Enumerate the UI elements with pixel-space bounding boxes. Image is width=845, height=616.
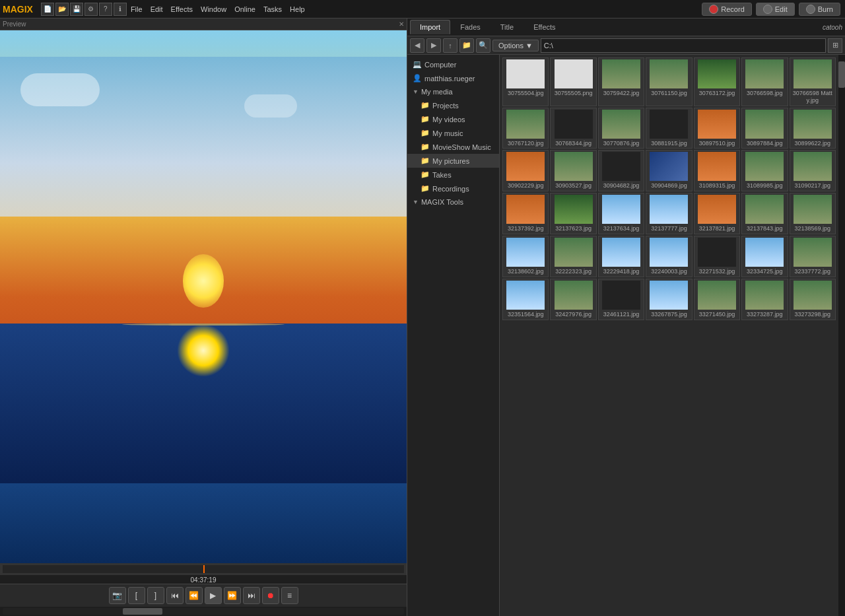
options-button[interactable]: Options ▼ xyxy=(492,40,539,51)
help-button[interactable]: ? xyxy=(99,3,112,16)
tab-effects[interactable]: Effects xyxy=(524,20,565,34)
menu-help[interactable]: Help xyxy=(286,4,309,15)
file-thumb-item[interactable]: 32271532.jpg xyxy=(694,236,740,277)
tree-user[interactable]: 👤 matthias.rueger xyxy=(407,71,499,85)
file-thumb-item[interactable]: 33273287.jpg xyxy=(741,279,788,320)
file-thumb-item[interactable]: 32351564.jpg xyxy=(502,279,549,320)
menu-window[interactable]: Window xyxy=(197,4,230,15)
file-thumb-item[interactable]: 32427976.jpg xyxy=(550,279,596,320)
play-button[interactable]: ▶ xyxy=(205,587,222,604)
file-thumb-item[interactable]: 33267875.jpg xyxy=(646,279,692,320)
file-thumb-item[interactable]: 32138569.jpg xyxy=(790,193,836,234)
tree-recordings[interactable]: 📁 Recordings xyxy=(407,182,499,195)
file-thumb-item[interactable]: 32138602.jpg xyxy=(502,236,549,277)
file-thumb-item[interactable]: 30902229.jpg xyxy=(502,150,549,191)
file-thumb-item[interactable]: 30767120.jpg xyxy=(502,108,549,149)
file-thumb-item[interactable]: 30755505.png xyxy=(550,57,596,106)
settings-button[interactable]: ⚙ xyxy=(84,3,98,16)
menu-online[interactable]: Online xyxy=(230,4,259,15)
tree-projects[interactable]: 📁 Projects xyxy=(407,98,499,112)
tree-movieshow[interactable]: 📁 MovieShow Music xyxy=(407,140,499,154)
new-button[interactable]: 📄 xyxy=(41,3,54,16)
file-thumb-item[interactable]: 32334725.jpg xyxy=(741,236,788,277)
menu-tasks[interactable]: Tasks xyxy=(259,4,286,15)
search-icon[interactable]: 🔍 xyxy=(476,38,490,53)
preview-scrollbar-thumb[interactable] xyxy=(123,608,162,615)
mark-out-button[interactable]: ] xyxy=(147,587,164,604)
file-thumb-item[interactable]: 32222323.jpg xyxy=(550,236,596,277)
tree-magixtools[interactable]: ▼ MAGIX Tools xyxy=(407,195,499,209)
tree-takes[interactable]: 📁 Takes xyxy=(407,168,499,182)
file-thumb-item[interactable]: 30899622.jpg xyxy=(790,108,836,149)
next-frame-button[interactable]: ⏭ xyxy=(243,587,260,604)
file-thumb-item[interactable]: 32137623.jpg xyxy=(550,193,596,234)
playhead[interactable] xyxy=(203,565,205,573)
menu-effects[interactable]: Effects xyxy=(167,4,197,15)
file-thumb-item[interactable]: 31089985.jpg xyxy=(741,150,788,191)
file-thumb-item[interactable]: 30881915.jpg xyxy=(646,108,692,149)
file-thumb-item[interactable]: 30768344.jpg xyxy=(550,108,596,149)
file-thumb-item[interactable]: 32137843.jpg xyxy=(741,193,788,234)
file-thumb-item[interactable]: 30904682.jpg xyxy=(598,150,644,191)
tree-myvideos[interactable]: 📁 My videos xyxy=(407,112,499,126)
record-button[interactable]: ⏺ xyxy=(262,587,279,604)
menu-file[interactable]: File xyxy=(127,4,147,15)
file-thumb-item[interactable]: 32240003.jpg xyxy=(646,236,692,277)
info-button[interactable]: ℹ xyxy=(114,3,127,16)
tab-fades[interactable]: Fades xyxy=(450,20,490,34)
file-thumb-item[interactable]: 32137634.jpg xyxy=(598,193,644,234)
file-thumb-item[interactable]: 30897884.jpg xyxy=(741,108,788,149)
timeline-ruler[interactable] xyxy=(3,565,404,573)
file-thumb-item[interactable]: 33271450.jpg xyxy=(694,279,740,320)
rewind-button[interactable]: ⏪ xyxy=(186,587,203,604)
file-thumb-item[interactable]: 32137821.jpg xyxy=(694,193,740,234)
mark-in-button[interactable]: [ xyxy=(128,587,145,604)
prev-frame-button[interactable]: ⏮ xyxy=(166,587,184,604)
open-button[interactable]: 📂 xyxy=(55,3,69,16)
menu-edit[interactable]: Edit xyxy=(147,4,167,15)
file-thumb-item[interactable]: 33273298.jpg xyxy=(790,279,836,320)
back-button[interactable]: ◀ xyxy=(410,38,424,53)
file-thumb-item[interactable]: 30755504.jpg xyxy=(502,57,549,106)
forward-nav-button[interactable]: ▶ xyxy=(426,38,441,53)
folder-button[interactable]: 📁 xyxy=(459,38,474,53)
file-thumb-item[interactable]: 30897510.jpg xyxy=(694,108,740,149)
preview-scrollbar[interactable] xyxy=(3,608,404,615)
file-thumb-item[interactable]: 30766598.jpg xyxy=(741,57,788,106)
tree-mypictures[interactable]: 📁 My pictures xyxy=(407,154,499,168)
save-button[interactable]: 💾 xyxy=(70,3,83,16)
file-vscroll-thumb[interactable] xyxy=(838,61,845,88)
thumb-label: 30755505.png xyxy=(552,90,594,97)
preview-close[interactable]: ✕ xyxy=(399,20,404,28)
file-thumb-item[interactable]: 32229418.jpg xyxy=(598,236,644,277)
file-thumb-item[interactable]: 30903527.jpg xyxy=(550,150,596,191)
burn-mode-button[interactable]: Burn xyxy=(799,3,840,16)
file-thumb-item[interactable]: 32137777.jpg xyxy=(646,193,692,234)
tab-import[interactable]: Import xyxy=(410,20,450,34)
path-input[interactable] xyxy=(541,38,826,53)
grid-view-button[interactable]: ⊞ xyxy=(828,38,842,53)
tab-title[interactable]: Title xyxy=(490,20,524,34)
tree-mymusic[interactable]: 📁 My music xyxy=(407,126,499,140)
snapshot-button[interactable]: 📷 xyxy=(109,587,126,604)
file-thumb-item[interactable]: 30766598 Matty.jpg xyxy=(790,57,836,106)
file-thumb-item[interactable]: 32137392.jpg xyxy=(502,193,549,234)
menu-button[interactable]: ≡ xyxy=(281,587,298,604)
thumb-label: 30759422.jpg xyxy=(600,90,642,97)
file-thumb-item[interactable]: 31089315.jpg xyxy=(694,150,740,191)
tree-mymedia[interactable]: ▼ My media xyxy=(407,85,499,98)
file-thumb-item[interactable]: 30904869.jpg xyxy=(646,150,692,191)
file-thumb-item[interactable]: 30770876.jpg xyxy=(598,108,644,149)
file-thumb-item[interactable]: 32461121.jpg xyxy=(598,279,644,320)
file-thumb-item[interactable]: 30763172.jpg xyxy=(694,57,740,106)
edit-mode-button[interactable]: Edit xyxy=(756,3,795,16)
file-thumb-item[interactable]: 32337772.jpg xyxy=(790,236,836,277)
up-button[interactable]: ↑ xyxy=(443,38,457,53)
record-mode-button[interactable]: Record xyxy=(702,3,751,16)
file-thumb-item[interactable]: 31090217.jpg xyxy=(790,150,836,191)
file-thumb-item[interactable]: 30759422.jpg xyxy=(598,57,644,106)
forward-button[interactable]: ⏩ xyxy=(224,587,241,604)
file-vscroll[interactable] xyxy=(838,55,845,616)
tree-computer[interactable]: 💻 Computer xyxy=(407,57,499,71)
file-thumb-item[interactable]: 30761150.jpg xyxy=(646,57,692,106)
